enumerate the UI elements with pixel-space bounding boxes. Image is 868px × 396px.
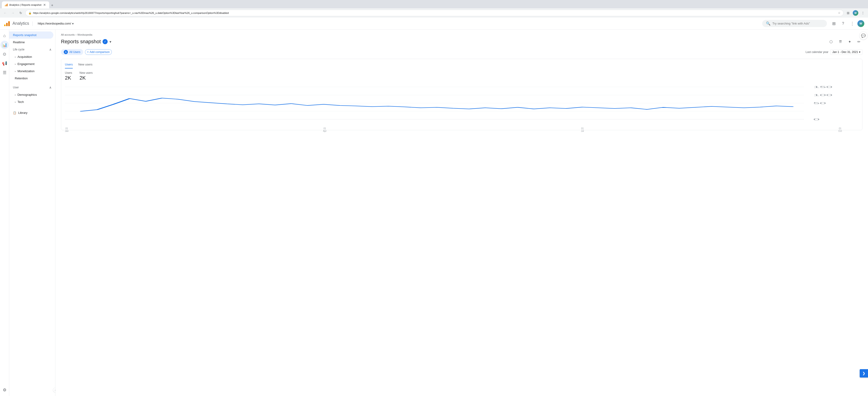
chart-tabs: Users New users (65, 63, 859, 68)
breadcrumb: All accounts › Wordsopedia (61, 33, 863, 36)
svg-rect-4 (6, 23, 8, 26)
back-button[interactable]: ← (2, 10, 8, 16)
svg-text:100: 100 (813, 94, 832, 96)
chart-tab-users[interactable]: Users (65, 63, 73, 68)
search-input[interactable] (772, 22, 818, 25)
explore-nav-button[interactable]: ⊙ (0, 50, 9, 58)
date-range-button[interactable]: Jan 1 - Dec 31, 2021 ▾ (830, 49, 863, 55)
icon-sidebar: ⌂ 📊 ⊙ 📢 ☰ ⚙ (0, 30, 9, 396)
users-metric-value: 2K (65, 75, 72, 81)
tech-expand-icon: › (15, 101, 16, 104)
home-nav-button[interactable]: ⌂ (0, 31, 9, 40)
domain-selector[interactable]: https://wordsopedia.com/ ▾ (36, 21, 75, 26)
browser-chrome: Analytics | Reports snapshot ✕ + (0, 0, 868, 8)
settings-icon-button[interactable]: ⚙ (0, 386, 9, 394)
breadcrumb-separator: › (75, 33, 76, 36)
sidebar-item-realtime[interactable]: Realtime (9, 39, 53, 46)
chart-x-axis: 01 Jan 01 Apr 01 Jul 01 Oct (65, 126, 850, 132)
sidebar-item-library[interactable]: 📋 Library (9, 109, 53, 116)
breadcrumb-all-accounts[interactable]: All accounts (61, 33, 74, 36)
address-bar[interactable]: 🔒 https://analytics.google.com/analytics… (25, 10, 843, 16)
tab-title: Analytics | Reports snapshot (9, 3, 41, 6)
bookmark-star[interactable]: ☆ (838, 11, 840, 15)
header-actions: ⊞ ? ⋮ W (830, 20, 864, 28)
more-options-button[interactable]: ⋮ (848, 20, 857, 28)
lifecycle-section-header[interactable]: Life cycle ∧ (9, 46, 55, 53)
tab-close-button[interactable]: ✕ (43, 3, 46, 7)
extensions-button[interactable]: ⊞ (845, 10, 851, 16)
help-button[interactable]: ? (839, 20, 847, 28)
x-label-apr-month: Apr (323, 130, 327, 132)
all-users-filter-chip[interactable]: A All Users (61, 49, 83, 55)
all-users-chip-icon: A (64, 50, 68, 54)
demographics-expand-icon: › (15, 93, 16, 96)
user-avatar: W (853, 10, 858, 16)
demographics-label: Demographics (18, 93, 37, 96)
chart-tab-new-users[interactable]: New users (78, 63, 92, 68)
new-users-metric-label: New users (80, 71, 93, 75)
svg-rect-1 (6, 4, 7, 6)
reports-nav-button[interactable]: 📊 (0, 41, 9, 49)
reports-title-chevron-icon[interactable]: ▾ (110, 39, 111, 44)
breadcrumb-property[interactable]: Wordsopedia (78, 33, 92, 36)
library-label: Library (18, 111, 28, 114)
x-label-oct-day: 01 (839, 127, 841, 130)
reports-status-button[interactable]: ✓ (102, 39, 107, 44)
apps-button[interactable]: ⊞ (830, 20, 838, 28)
engagement-label: Engagement (18, 62, 35, 66)
sidebar-item-monetization[interactable]: › Monetization (9, 67, 53, 75)
svg-text:50: 50 (813, 102, 826, 105)
x-label-jul-day: 01 (581, 127, 584, 130)
chat-panel-button[interactable]: 💬 (859, 31, 868, 40)
line-chart-svg: 150 100 50 0 (65, 85, 850, 126)
chart-metrics: Users 2K New users 2K (65, 71, 859, 81)
sidebar-collapse-button[interactable]: ‹ (53, 388, 56, 392)
edit-report-button[interactable]: ⬡ (827, 38, 835, 45)
sidebar-item-tech[interactable]: › Tech (9, 98, 53, 106)
x-label-jan-month: Jan (65, 130, 69, 132)
svg-text:0: 0 (813, 118, 820, 121)
domain-chevron-icon: ▾ (72, 22, 74, 25)
floating-action-button[interactable]: ❯ (860, 369, 868, 377)
x-label-jul-month: Jul (581, 130, 584, 132)
library-icon: 📋 (13, 111, 17, 114)
refresh-button[interactable]: ↻ (18, 10, 24, 16)
x-label-oct: 01 Oct (838, 127, 842, 132)
new-tab-button[interactable]: + (49, 2, 55, 8)
svg-rect-2 (7, 4, 8, 6)
insights-button[interactable]: ✦ (846, 38, 853, 45)
date-label: Last calendar year (806, 50, 829, 54)
sidebar-item-reports-snapshot[interactable]: Reports snapshot (9, 31, 53, 39)
sidebar-item-demographics[interactable]: › Demographics (9, 91, 53, 98)
all-users-chip-label: All Users (69, 50, 81, 54)
right-panel: 💬 (859, 30, 868, 40)
monetization-label: Monetization (18, 69, 35, 73)
forward-button[interactable]: → (10, 10, 16, 16)
advertising-nav-button[interactable]: 📢 (0, 59, 9, 67)
x-label-jan: 01 Jan (65, 127, 69, 132)
user-profile-avatar[interactable]: W (857, 20, 864, 27)
monetization-expand-icon: › (15, 70, 16, 73)
add-comparison-button[interactable]: + Add comparison (85, 49, 112, 55)
retention-label: Retention (15, 77, 28, 80)
engagement-expand-icon: › (15, 63, 16, 65)
users-metric: Users 2K (65, 71, 72, 81)
svg-rect-0 (5, 5, 5, 6)
configure-nav-button[interactable]: ☰ (0, 68, 9, 77)
x-label-jul: 01 Jul (581, 127, 584, 132)
main-layout: ⌂ 📊 ⊙ 📢 ☰ ⚙ Reports snapshot Realtime Li… (0, 30, 868, 396)
svg-text:150: 150 (813, 86, 832, 88)
header-divider: | (32, 21, 33, 26)
user-section-chevron-icon: ∧ (49, 86, 52, 89)
sidebar-item-engagement[interactable]: › Engagement (9, 60, 53, 67)
profile-button[interactable]: W (852, 10, 859, 16)
active-tab[interactable]: Analytics | Reports snapshot ✕ (2, 1, 49, 8)
share-button[interactable]: ⇈ (837, 38, 844, 45)
sidebar-item-retention[interactable]: Retention (9, 75, 53, 82)
user-section-header[interactable]: User ∧ (9, 84, 55, 91)
sidebar-item-acquisition[interactable]: › Acquisition (9, 53, 53, 60)
new-users-metric-value: 2K (80, 75, 93, 81)
more-button[interactable]: ⋮ (860, 10, 866, 16)
search-icon: 🔍 (766, 21, 771, 26)
filter-bar: A All Users + Add comparison Last calend… (61, 49, 863, 55)
